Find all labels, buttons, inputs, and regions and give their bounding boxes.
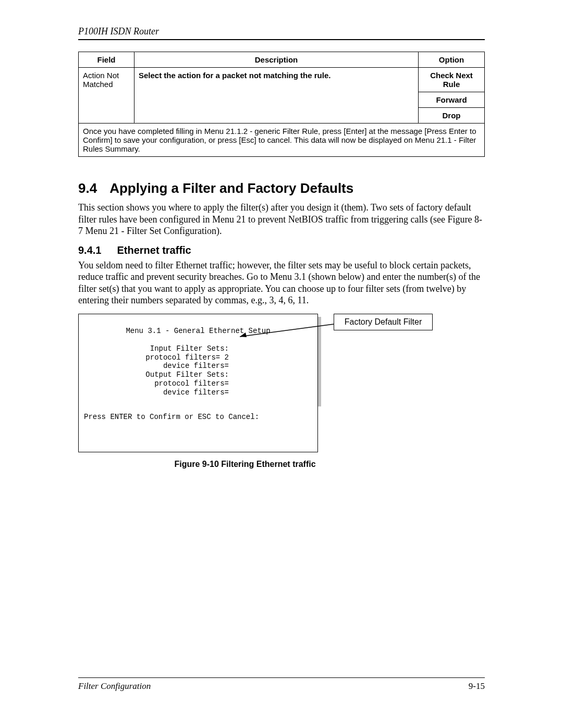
subsection-paragraph: You seldom need to filter Ethernet traff…: [78, 260, 485, 306]
table-row: Action Not Matched Select the action for…: [79, 68, 485, 92]
cell-description: Select the action for a packet not match…: [134, 68, 419, 124]
cell-option-2: Drop: [419, 108, 485, 124]
subsection-number: 9.4.1: [78, 244, 101, 256]
cell-option-1: Forward: [419, 92, 485, 108]
th-field: Field: [79, 52, 134, 68]
section-heading: 9.4Applying a Filter and Factory Default…: [78, 180, 485, 196]
footer-left: Filter Configuration: [78, 681, 151, 692]
subsection-title: Ethernet traffic: [117, 244, 191, 256]
subsection-heading: 9.4.1Ethernet traffic: [78, 244, 485, 256]
cell-option-0: Check Next Rule: [419, 68, 485, 92]
cell-note: Once you have completed filling in Menu …: [79, 124, 485, 157]
terminal-figure: Menu 3.1 - General Ethernet Setup Input …: [78, 314, 412, 452]
figure-caption: Figure 9-10 Filtering Ethernet traffic: [78, 460, 412, 469]
section-number: 9.4: [78, 180, 97, 196]
header-rule: [78, 39, 485, 40]
terminal-footer: Press ENTER to Confirm or ESC to Cancel:: [84, 413, 312, 422]
svg-line-0: [240, 324, 334, 337]
section-title: Applying a Filter and Factory Defaults: [109, 180, 353, 196]
th-description: Description: [134, 52, 419, 68]
running-header: P100IH ISDN Router: [78, 26, 485, 37]
section-paragraph: This section shows you where to apply th…: [78, 202, 485, 237]
terminal-body: Input Filter Sets: protocol filters= 2 d…: [84, 344, 312, 397]
page: P100IH ISDN Router Field Description Opt…: [0, 0, 563, 728]
table-header-row: Field Description Option: [79, 52, 485, 68]
callout-box: Factory Default Filter: [334, 314, 433, 330]
callout-arrow: [237, 324, 341, 345]
page-footer: Filter Configuration 9-15: [78, 677, 485, 692]
th-option: Option: [419, 52, 485, 68]
cell-field: Action Not Matched: [79, 68, 134, 124]
options-table: Field Description Option Action Not Matc…: [78, 52, 485, 157]
footer-right: 9-15: [469, 681, 485, 692]
table-note-row: Once you have completed filling in Menu …: [79, 124, 485, 157]
svg-marker-1: [240, 332, 247, 337]
footer-rule: [78, 677, 485, 678]
